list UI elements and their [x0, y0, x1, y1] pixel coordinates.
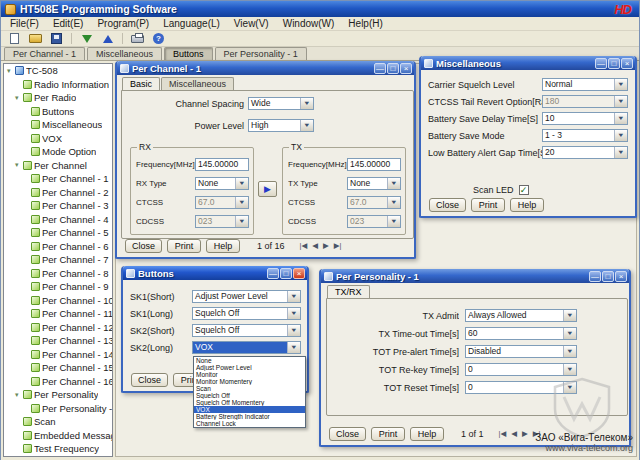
setting-dropdown[interactable]: 0 ▼ — [465, 381, 577, 394]
key-function-dropdown[interactable]: Adjust Power Level ▼ — [192, 290, 301, 303]
next-record-icon[interactable]: ▶ — [323, 242, 329, 250]
menu-item[interactable]: View(V) — [227, 17, 276, 30]
tree-item[interactable]: ▾ Test Frequency — [4, 442, 112, 456]
minimize-button[interactable]: — — [374, 63, 386, 74]
tree-item[interactable]: ▾ Scan — [4, 415, 112, 429]
per-personality-titlebar[interactable]: Per Personality - 1 — □ × — [321, 269, 629, 283]
minimize-button[interactable]: — — [589, 271, 601, 282]
tree-item[interactable]: ▾ Per Channel - 14 — [4, 348, 112, 362]
pane-tab[interactable]: Basic — [122, 77, 160, 90]
tree-item[interactable]: ▾ Per Channel - 10 — [4, 294, 112, 308]
last-record-icon[interactable]: ▶| — [334, 242, 342, 250]
minimize-button[interactable]: — — [267, 268, 279, 279]
maximize-button[interactable]: □ — [602, 271, 614, 282]
tree-item[interactable]: ▾ Per Channel - 16 — [4, 375, 112, 389]
close-icon[interactable]: × — [621, 58, 633, 69]
maximize-button[interactable]: □ — [387, 63, 399, 74]
buttons-titlebar[interactable]: Buttons — □ × — [123, 266, 307, 280]
tree-item[interactable]: ▾ Miscellaneous — [4, 118, 112, 132]
menu-item[interactable]: Language(L) — [156, 17, 227, 30]
tree-item[interactable]: ▾ Per Channel - 11 — [4, 307, 112, 321]
tree-item[interactable]: ▾ Per Channel - 9 — [4, 280, 112, 294]
write-to-radio-button[interactable] — [98, 32, 117, 46]
first-record-icon[interactable]: |◀ — [499, 430, 507, 438]
tree-item[interactable]: ▾ VOX — [4, 132, 112, 146]
first-record-icon[interactable]: |◀ — [300, 242, 308, 250]
power-level-dropdown[interactable]: High ▼ — [248, 119, 314, 132]
app-titlebar[interactable]: HT508E Programming Software HD — [1, 1, 639, 17]
channel-spacing-dropdown[interactable]: Wide ▼ — [248, 97, 314, 110]
key-function-dropdown[interactable]: VOX ▼ — [192, 341, 301, 354]
dropdown-option[interactable]: Battery Strength Indicator — [194, 413, 305, 420]
pane-tab[interactable]: Miscellaneous — [161, 77, 234, 90]
tree-item[interactable]: ▾ Per Channel - 13 — [4, 334, 112, 348]
help-button[interactable] — [149, 32, 168, 46]
help-button[interactable]: Help — [206, 239, 240, 253]
menu-item[interactable]: Window(W) — [276, 17, 342, 30]
minimize-button[interactable]: — — [595, 58, 607, 69]
setting-dropdown[interactable]: 0 ▼ — [465, 363, 577, 376]
document-tab[interactable]: Miscellaneous — [87, 47, 162, 60]
dropdown-option[interactable]: VOX — [194, 406, 305, 413]
setting-dropdown[interactable]: 1 - 3 ▼ — [542, 129, 628, 142]
tree-item[interactable]: ▾ Per Channel - 1 — [4, 172, 112, 186]
tx-type-dropdown[interactable]: None ▼ — [347, 177, 401, 190]
dropdown-option[interactable]: None — [194, 357, 305, 364]
setting-dropdown[interactable]: 180 ▼ — [542, 95, 628, 108]
maximize-button[interactable]: □ — [608, 58, 620, 69]
tree-item[interactable]: ▾ Per Personality - 1 — [4, 402, 112, 416]
close-button[interactable]: Close — [125, 239, 162, 253]
menu-item[interactable]: Edit(E) — [46, 17, 91, 30]
menu-item[interactable]: File(F) — [3, 17, 46, 30]
tree-item[interactable]: ▾ Radio Information — [4, 78, 112, 92]
copy-rx-to-tx-button[interactable]: ▶ — [258, 181, 277, 197]
help-button[interactable]: Help — [410, 427, 444, 441]
open-button[interactable] — [26, 32, 45, 46]
print-button[interactable]: Print — [167, 239, 201, 253]
save-button[interactable] — [47, 32, 66, 46]
setting-dropdown[interactable]: 10 ▼ — [542, 112, 628, 125]
tree-item[interactable]: ▾ TC-508 — [4, 64, 112, 78]
tree-item[interactable]: ▾ Per Channel - 6 — [4, 240, 112, 254]
tree-item[interactable]: ▾ Buttons — [4, 105, 112, 119]
dropdown-option[interactable]: Squelch Off — [194, 392, 305, 399]
previous-record-icon[interactable]: ◀ — [511, 430, 517, 438]
pane-tab[interactable]: TX/RX — [327, 285, 370, 298]
tree-item[interactable]: ▾ Per Radio — [4, 91, 112, 105]
tree-item[interactable]: ▾ Per Channel - 3 — [4, 199, 112, 213]
tree-item[interactable]: ▾ Embedded Message — [4, 429, 112, 443]
close-button[interactable]: Close — [131, 373, 168, 387]
key-function-dropdown[interactable]: Squelch Off ▼ — [192, 324, 301, 337]
tree-item[interactable]: ▾ Per Channel — [4, 159, 112, 173]
tree-item[interactable]: ▾ Mode Option — [4, 145, 112, 159]
dropdown-option[interactable]: Adjust Power Level — [194, 364, 305, 371]
read-from-radio-button[interactable] — [77, 32, 96, 46]
dropdown-option[interactable]: Monitor — [194, 371, 305, 378]
tx-frequency-input[interactable]: 145.00000 — [347, 158, 401, 171]
menu-item[interactable]: Help(H) — [341, 17, 389, 30]
tree-item[interactable]: ▾ Per Channel - 15 — [4, 361, 112, 375]
miscellaneous-titlebar[interactable]: Miscellaneous — □ × — [421, 56, 635, 70]
close-icon[interactable]: × — [615, 271, 627, 282]
setting-dropdown[interactable]: Always Allowed ▼ — [465, 309, 577, 322]
setting-dropdown[interactable]: 20 ▼ — [542, 146, 628, 159]
dropdown-option[interactable]: Monitor Momentery — [194, 378, 305, 385]
previous-record-icon[interactable]: ◀ — [312, 242, 318, 250]
close-button[interactable]: Close — [329, 427, 366, 441]
last-record-icon[interactable]: ▶| — [533, 430, 541, 438]
close-button[interactable]: Close — [429, 198, 466, 212]
close-icon[interactable]: × — [293, 268, 305, 279]
dropdown-option[interactable]: Scan — [194, 385, 305, 392]
document-tab[interactable]: Buttons — [164, 47, 213, 60]
setting-dropdown[interactable]: Disabled ▼ — [465, 345, 577, 358]
dropdown-option[interactable]: Squelch Off Momentery — [194, 399, 305, 406]
tree-item[interactable]: ▾ Per Channel - 5 — [4, 226, 112, 240]
per-channel-titlebar[interactable]: Per Channel - 1 — □ × — [117, 61, 414, 75]
tree-item[interactable]: ▾ Per Channel - 7 — [4, 253, 112, 267]
rx-frequency-input[interactable]: 145.00000 — [195, 158, 249, 171]
document-tab[interactable]: Per Channel - 1 — [4, 47, 85, 60]
setting-dropdown[interactable]: Normal ▼ — [542, 78, 628, 91]
dropdown-option[interactable]: Channel Lock — [194, 420, 305, 427]
print-button[interactable]: Print — [471, 198, 505, 212]
tree-item[interactable]: ▾ Per Channel - 4 — [4, 213, 112, 227]
